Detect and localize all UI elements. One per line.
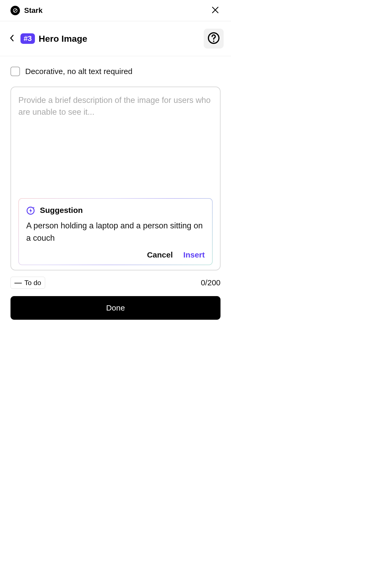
brand: Stark (10, 6, 43, 15)
title-left: #3 Hero Image (7, 33, 87, 44)
insert-button[interactable]: Insert (183, 250, 205, 259)
help-button[interactable] (204, 29, 224, 49)
app-header: Stark (0, 0, 231, 21)
meta-row: — To do 0/200 (10, 277, 220, 289)
content-area: Decorative, no alt text required Suggest… (0, 56, 231, 328)
alt-text-input[interactable] (18, 94, 213, 194)
question-mark-icon (207, 32, 220, 45)
decorative-checkbox[interactable] (10, 67, 20, 76)
status-chip[interactable]: — To do (10, 277, 45, 289)
lightning-icon (26, 206, 36, 215)
brand-name: Stark (24, 6, 43, 15)
title-bar: #3 Hero Image (0, 21, 231, 56)
dash-icon: — (14, 279, 22, 287)
status-label: To do (24, 279, 41, 287)
suggestion-title: Suggestion (40, 206, 83, 215)
cancel-button[interactable]: Cancel (147, 250, 173, 259)
item-number-badge: #3 (20, 33, 35, 44)
close-icon (211, 6, 219, 15)
suggestion-text: A person holding a laptop and a person s… (26, 220, 205, 244)
back-button[interactable] (7, 34, 17, 43)
suggestion-actions: Cancel Insert (26, 250, 205, 259)
decorative-checkbox-label: Decorative, no alt text required (25, 67, 133, 76)
alt-text-container: Suggestion A person holding a laptop and… (10, 87, 220, 270)
close-button[interactable] (210, 5, 220, 16)
svg-point-6 (213, 40, 214, 42)
page-title: Hero Image (39, 34, 87, 44)
stark-logo-icon (10, 6, 20, 15)
suggestion-card-inner: Suggestion A person holding a laptop and… (19, 199, 212, 265)
suggestion-header: Suggestion (26, 206, 205, 215)
decorative-checkbox-row: Decorative, no alt text required (10, 67, 220, 76)
suggestion-card: Suggestion A person holding a laptop and… (18, 198, 213, 265)
done-button[interactable]: Done (10, 296, 220, 320)
chevron-left-icon (9, 34, 15, 43)
char-counter: 0/200 (201, 278, 220, 287)
